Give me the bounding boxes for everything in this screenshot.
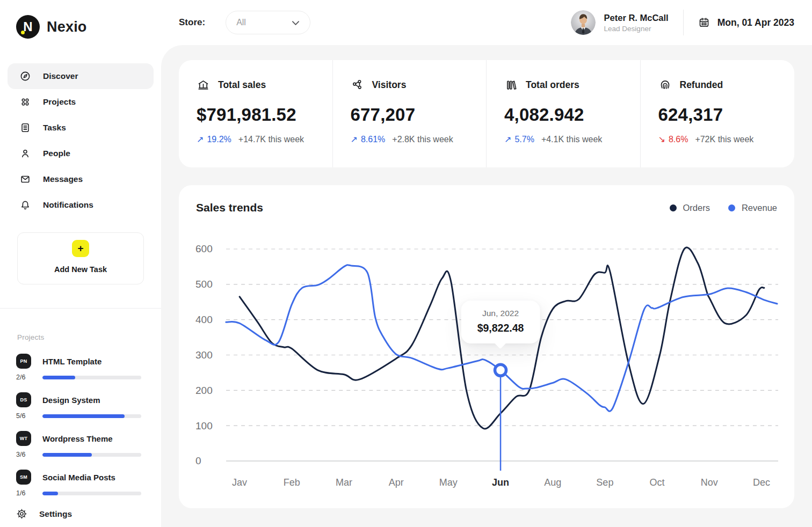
- projects-section-header: Projects: [17, 333, 141, 341]
- sidebar-item-label: Discover: [43, 71, 78, 81]
- bell-icon: [19, 199, 31, 211]
- y-axis-label: 400: [195, 314, 213, 325]
- stat-delta: 5.7%: [514, 135, 534, 144]
- topbar-divider: [683, 10, 684, 35]
- date-display[interactable]: Mon, 01 Apr 2023: [698, 17, 794, 28]
- sidebar-item-label: Projects: [43, 97, 76, 107]
- plus-icon: +: [72, 240, 89, 257]
- stats-summary-card: Total sales $791,981.52 ↗19.2% +14.7K th…: [179, 60, 794, 167]
- add-new-task-label: Add New Task: [18, 265, 143, 274]
- x-axis-label: Nov: [701, 477, 718, 488]
- highlight-marker: [495, 364, 506, 376]
- project-badge: DS: [16, 392, 31, 407]
- progress-bar: [42, 453, 141, 457]
- progress-bar: [42, 414, 141, 418]
- sidebar-item-discover[interactable]: Discover: [8, 63, 154, 89]
- y-axis-label: 200: [195, 385, 213, 396]
- x-axis-label: Sep: [596, 477, 613, 488]
- add-new-task-button[interactable]: + Add New Task: [17, 232, 144, 284]
- project-fraction: 1/6: [16, 489, 35, 497]
- books-icon: [504, 78, 518, 92]
- x-axis-label: May: [439, 477, 458, 488]
- chevron-down-icon: [292, 18, 299, 27]
- x-axis-label: Jun: [492, 477, 509, 488]
- stat-value: 4,082.942: [504, 105, 640, 125]
- brand-name: Nexio: [47, 19, 87, 35]
- project-item-html-template[interactable]: PNHTML Template 2/6: [16, 354, 141, 381]
- project-item-design-system[interactable]: DSDesign System 5/6: [16, 392, 141, 420]
- stat-title: Total sales: [218, 79, 266, 91]
- project-name: Wordpress Theme: [42, 434, 113, 443]
- settings-label: Settings: [39, 509, 72, 519]
- app-root: N Nexio Discover Projects Tasks People: [0, 0, 812, 527]
- y-axis-label: 500: [195, 279, 213, 290]
- sidebar-item-notifications[interactable]: Notifications: [8, 192, 154, 218]
- sidebar-item-projects[interactable]: Projects: [8, 89, 154, 115]
- stat-total-sales: Total sales $791,981.52 ↗19.2% +14.7K th…: [179, 60, 333, 167]
- stat-refunded: Refunded 624,317 ↘8.6% +72K this week: [641, 60, 795, 167]
- main-area: Total sales $791,981.52 ↗19.2% +14.7K th…: [161, 45, 812, 527]
- y-axis-label: 0: [195, 456, 201, 467]
- tooltip-label: Jun, 2022: [477, 309, 524, 318]
- stat-value: 624,317: [658, 105, 795, 125]
- avatar: [571, 10, 596, 35]
- stat-delta: 8.61%: [361, 135, 385, 144]
- stat-delta: 19.2%: [207, 135, 231, 144]
- bank-icon: [197, 78, 210, 92]
- envelope-icon: [19, 173, 31, 185]
- trend-up-icon: ↗: [351, 134, 358, 144]
- task-list-icon: [19, 122, 31, 134]
- trend-up-icon: ↗: [504, 134, 511, 144]
- grid-dots-icon: [19, 96, 31, 108]
- project-fraction: 5/6: [16, 412, 35, 420]
- project-name: Social Media Posts: [42, 473, 115, 482]
- sidebar-item-label: Tasks: [43, 123, 66, 133]
- chart-tooltip: Jun, 2022 $9,822.48: [461, 301, 540, 343]
- sidebar-nav: Discover Projects Tasks People Messages …: [0, 63, 161, 218]
- project-badge: PN: [16, 354, 31, 369]
- store-label: Store:: [179, 17, 205, 28]
- project-item-wordpress-theme[interactable]: WTWordpress Theme 3/6: [16, 431, 141, 458]
- project-item-social-media-posts[interactable]: SMSocial Media Posts 1/6: [16, 470, 141, 497]
- stat-note: +2.8K this week: [392, 135, 453, 144]
- calendar-icon: [698, 17, 710, 28]
- user-profile[interactable]: Peter R. McCall Lead Designer: [571, 10, 669, 35]
- x-axis-label: Jav: [232, 477, 247, 488]
- project-fraction: 3/6: [16, 451, 35, 458]
- project-badge: WT: [16, 431, 31, 446]
- content-column: Store: All: [161, 0, 812, 527]
- tooltip-value: $9,822.48: [477, 322, 524, 334]
- project-name: HTML Template: [42, 357, 102, 366]
- store-dropdown[interactable]: All: [226, 11, 310, 34]
- project-name: Design System: [42, 396, 100, 405]
- sidebar-item-tasks[interactable]: Tasks: [8, 115, 154, 141]
- nexio-logo-icon: N: [16, 15, 40, 39]
- project-fraction: 2/6: [16, 374, 35, 381]
- y-axis-label: 100: [195, 420, 213, 431]
- stat-title: Visitors: [372, 79, 407, 91]
- stat-title: Refunded: [680, 79, 723, 91]
- sales-trends-chart: 0100200300400500600JavFebMarAprMayJunAug…: [179, 185, 794, 508]
- x-axis-label: Oct: [650, 477, 665, 488]
- sidebar-item-settings[interactable]: Settings: [0, 508, 161, 527]
- stat-title: Total orders: [526, 79, 579, 91]
- stat-value: $791,981.52: [197, 105, 332, 125]
- gear-icon: [16, 508, 27, 519]
- fingerprint-icon: [658, 78, 672, 92]
- stat-note: +4.1K this week: [541, 135, 602, 144]
- current-date: Mon, 01 Apr 2023: [717, 17, 794, 28]
- topbar: Store: All: [161, 0, 812, 45]
- store-selected-value: All: [236, 18, 292, 27]
- user-name: Peter R. McCall: [604, 13, 669, 23]
- stat-note: +72K this week: [695, 135, 753, 144]
- stat-delta: 8.6%: [669, 135, 688, 144]
- stat-visitors: Visitors 677,207 ↗8.61% +2.8K this week: [333, 60, 487, 167]
- sidebar-item-people[interactable]: People: [8, 141, 154, 166]
- sales-trends-card: 0100200300400500600JavFebMarAprMayJunAug…: [179, 185, 794, 508]
- progress-bar: [42, 376, 141, 379]
- stat-value: 677,207: [351, 105, 487, 125]
- x-axis-label: Feb: [284, 477, 300, 488]
- sidebar-item-messages[interactable]: Messages: [8, 166, 154, 192]
- progress-bar: [42, 492, 141, 495]
- stat-total-orders: Total orders 4,082.942 ↗5.7% +4.1K this …: [487, 60, 641, 167]
